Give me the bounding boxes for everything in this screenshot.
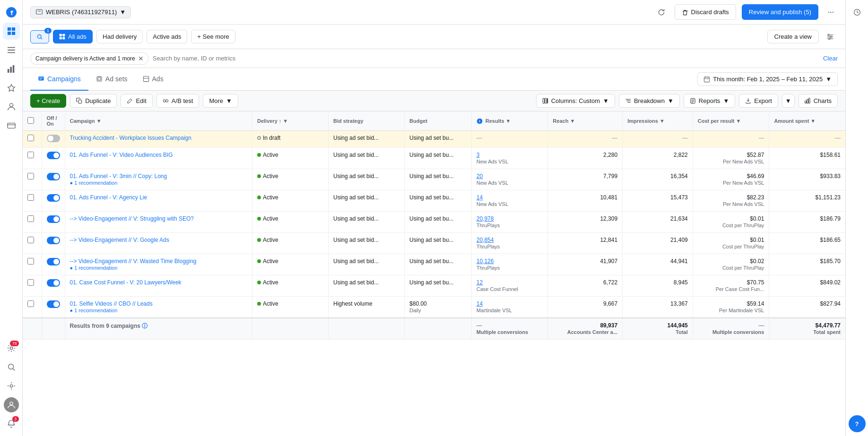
right-help-icon[interactable]: ? xyxy=(849,415,866,432)
th-bid-strategy[interactable]: Bid strategy xyxy=(329,111,405,131)
discard-drafts-button[interactable]: Discard drafts xyxy=(675,4,736,20)
meta-logo-icon[interactable] xyxy=(3,4,20,21)
row-checkbox[interactable] xyxy=(27,300,34,307)
campaign-name-link[interactable]: 01. Ads Funnel - V: 3min // Copy: Long xyxy=(70,173,167,180)
columns-button[interactable]: Columns: Custom ▼ xyxy=(536,94,615,108)
th-results[interactable]: i Results ▼ xyxy=(471,111,548,131)
th-cost-per-result[interactable]: Cost per result ▼ xyxy=(693,111,769,131)
campaign-name-link[interactable]: Trucking Accident - Workplace Issues Cam… xyxy=(70,135,191,141)
row-checkbox[interactable] xyxy=(27,173,34,180)
row-checkbox[interactable] xyxy=(27,135,34,141)
campaign-toggle[interactable] xyxy=(47,194,60,202)
campaign-toggle[interactable] xyxy=(47,279,60,287)
ads-manager-icon[interactable] xyxy=(3,23,20,40)
charts-button[interactable]: Charts xyxy=(799,94,838,108)
review-publish-button[interactable]: Review and publish (5) xyxy=(742,4,818,20)
row-checkbox[interactable] xyxy=(27,258,34,265)
campaign-toggle[interactable] xyxy=(47,135,60,142)
result-number[interactable]: 14 xyxy=(477,194,543,201)
right-sidebar: ? xyxy=(845,0,868,436)
search-icon[interactable] xyxy=(3,359,20,376)
result-number[interactable]: 20 xyxy=(477,173,543,180)
had-delivery-btn[interactable]: Had delivery xyxy=(96,30,143,43)
account-selector[interactable]: WEBRIS (746311927911) ▼ xyxy=(30,6,131,18)
recommendation-tag[interactable]: ● 1 recommendation xyxy=(70,308,118,313)
campaign-toggle[interactable] xyxy=(47,258,60,265)
th-budget[interactable]: Budget xyxy=(405,111,472,131)
date-range-selector[interactable]: This month: Feb 1, 2025 – Feb 11, 2025 ▼ xyxy=(697,72,838,86)
star-icon[interactable] xyxy=(3,79,20,96)
user-circle-icon[interactable] xyxy=(3,396,20,413)
campaign-name-link[interactable]: 01. Case Cost Funnel - V: 20 Lawyers/Wee… xyxy=(70,279,182,286)
select-all-checkbox[interactable] xyxy=(27,117,34,124)
th-select-all[interactable] xyxy=(23,111,42,131)
settings-icon[interactable]: 78 xyxy=(3,340,20,357)
right-clock-icon[interactable] xyxy=(849,4,866,21)
edit-button[interactable]: Edit xyxy=(121,94,152,108)
duplicate-button[interactable]: Duplicate xyxy=(70,94,117,108)
table-header-row: Off /On Campaign ▼ Delivery ↑ ▼ Bid stra… xyxy=(23,111,845,131)
all-ads-btn[interactable]: All ads xyxy=(53,30,93,43)
reports-button[interactable]: Reports ▼ xyxy=(684,94,735,108)
quick-settings-icon[interactable] xyxy=(3,377,20,394)
campaign-name-link[interactable]: 01. Ads Funnel - V: Agency Lie xyxy=(70,194,148,201)
result-number[interactable]: 12 xyxy=(477,279,543,286)
recommendation-tag[interactable]: ● 1 recommendation xyxy=(70,180,118,186)
campaign-toggle[interactable] xyxy=(47,173,60,180)
campaign-toggle[interactable] xyxy=(47,215,60,223)
view-settings-icon[interactable] xyxy=(823,29,838,44)
row-checkbox[interactable] xyxy=(27,152,34,158)
chart-bar-icon[interactable] xyxy=(3,60,20,77)
row-checkbox[interactable] xyxy=(27,279,34,286)
row-checkbox[interactable] xyxy=(27,237,34,243)
delivery-dot xyxy=(257,136,261,140)
clear-filter-btn[interactable]: Clear xyxy=(823,55,838,62)
th-amount-spent[interactable]: Amount spent ▼ xyxy=(769,111,845,131)
see-more-btn[interactable]: + See more xyxy=(191,30,235,43)
create-button[interactable]: + Create xyxy=(30,94,66,108)
result-number[interactable]: 3 xyxy=(477,152,543,158)
campaign-toggle[interactable] xyxy=(47,237,60,244)
people-icon[interactable] xyxy=(3,98,20,115)
campaign-name-link[interactable]: 01. Selfie Videos // CBO // Leads xyxy=(70,300,153,307)
result-number[interactable]: 20,978 xyxy=(477,215,543,222)
campaign-name-link[interactable]: --> Video-Engagement // V: Google Ads xyxy=(70,237,169,243)
th-campaign[interactable]: Campaign ▼ xyxy=(65,111,252,131)
delivery-dot xyxy=(257,281,261,284)
export-button[interactable]: Export xyxy=(739,94,778,108)
svg-rect-49 xyxy=(543,98,544,103)
more-button[interactable]: More ▼ xyxy=(203,94,238,108)
th-impressions[interactable]: Impressions ▼ xyxy=(623,111,693,131)
tab-campaigns[interactable]: Campaigns xyxy=(30,68,88,91)
filter-tag-close[interactable]: ✕ xyxy=(138,55,144,62)
create-view-btn[interactable]: Create a view xyxy=(767,30,819,43)
search-filter-btn[interactable]: 1 xyxy=(30,30,49,43)
campaign-name-link[interactable]: --> Video-Engagement // V: Wasted Time B… xyxy=(70,258,197,265)
campaign-name-link[interactable]: 01. Ads Funnel - V: Video Audiences BIG xyxy=(70,152,173,158)
campaign-toggle[interactable] xyxy=(47,152,60,159)
grid-icon[interactable] xyxy=(3,42,20,59)
row-checkbox[interactable] xyxy=(27,194,34,201)
tab-ads[interactable]: Ads xyxy=(135,68,171,91)
result-number[interactable]: 10,126 xyxy=(477,258,543,265)
campaign-toggle[interactable] xyxy=(47,300,60,308)
tab-adsets[interactable]: Ad sets xyxy=(88,68,135,91)
active-filter-tag[interactable]: Campaign delivery is Active and 1 more ✕ xyxy=(30,52,149,65)
active-ads-btn[interactable]: Active ads xyxy=(147,30,187,43)
th-delivery[interactable]: Delivery ↑ ▼ xyxy=(252,111,328,131)
row-checkbox[interactable] xyxy=(27,215,34,222)
more-options-button[interactable]: ⋯ xyxy=(824,5,838,19)
th-reach[interactable]: Reach ▼ xyxy=(548,111,623,131)
notifications-icon[interactable]: 3 xyxy=(3,415,20,432)
campaign-name-link[interactable]: --> Video-Engagement // V: Struggling wi… xyxy=(70,215,194,222)
result-number[interactable]: 14 xyxy=(477,300,543,307)
results-info-icon[interactable]: ⓘ xyxy=(142,323,148,329)
recommendation-tag[interactable]: ● 1 recommendation xyxy=(70,265,118,271)
export-dropdown-btn[interactable]: ▼ xyxy=(782,94,795,108)
breakdown-button[interactable]: Breakdown ▼ xyxy=(619,94,680,108)
search-input[interactable] xyxy=(153,55,819,62)
result-number[interactable]: 20,854 xyxy=(477,237,543,243)
refresh-button[interactable] xyxy=(654,5,669,20)
ab-test-button[interactable]: A/B test xyxy=(156,94,200,108)
credit-card-icon[interactable] xyxy=(3,117,20,134)
